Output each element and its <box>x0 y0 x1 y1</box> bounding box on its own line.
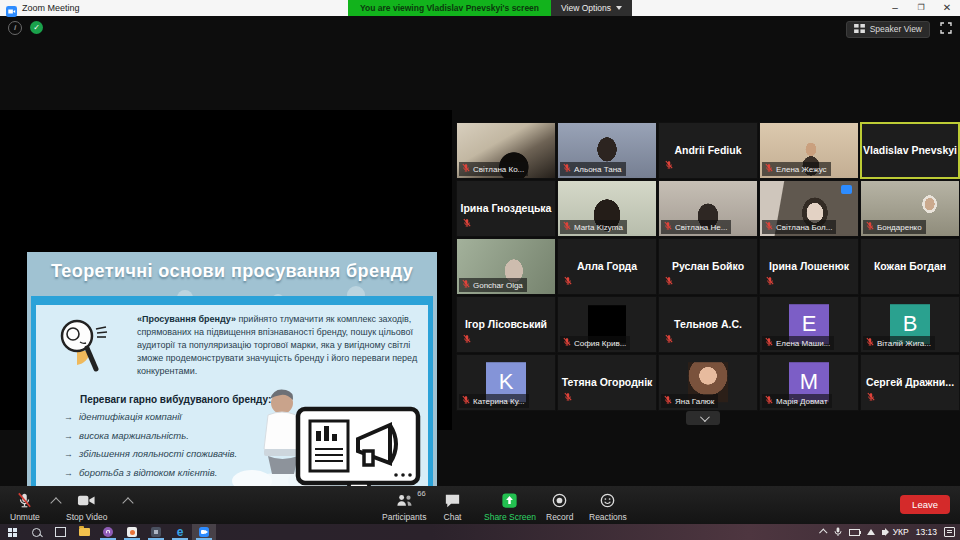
participant-name: Marta Kizyma <box>574 223 623 232</box>
zoom-taskbar-button[interactable] <box>192 524 216 540</box>
participant-tile[interactable]: Тельнов А.С. <box>658 296 758 353</box>
participant-tile[interactable]: Бондаренко <box>860 180 960 237</box>
participant-tile[interactable]: EЕлена Маши... <box>759 296 859 353</box>
participant-tile[interactable]: Альона Тана <box>557 122 657 179</box>
participant-tile[interactable]: Світлана Не... <box>658 180 758 237</box>
notification-center-button[interactable] <box>944 527 955 537</box>
participant-tile[interactable]: Сергей Дражни... <box>860 354 960 411</box>
bullet-text: висока маржинальність. <box>79 430 189 441</box>
bullet-arrow-icon: → <box>64 468 73 478</box>
participant-tile[interactable]: Світлана Бол... <box>759 180 859 237</box>
participant-tile[interactable]: Тетяна Огороднік <box>557 354 657 411</box>
taskbar-clock[interactable]: 13:13 <box>916 527 937 537</box>
participant-tile[interactable]: Кожан Богдан <box>860 238 960 295</box>
share-screen-button[interactable]: Share Screen <box>484 491 536 522</box>
participant-name: Марія Довмат <box>776 397 828 406</box>
folder-icon <box>79 528 90 536</box>
slide-title: Теоретичні основи просування бренду <box>27 261 437 282</box>
encryption-shield-icon[interactable]: ✓ <box>30 21 43 34</box>
file-explorer-button[interactable] <box>72 524 96 540</box>
participant-tile[interactable]: Gonchar Olga <box>456 238 556 295</box>
audio-options-chevron[interactable] <box>50 497 61 508</box>
participant-name: Кожан Богдан <box>861 260 959 272</box>
settings-app-button[interactable] <box>144 524 168 540</box>
task-view-button[interactable] <box>48 524 72 540</box>
record-icon <box>550 491 569 510</box>
video-camera-icon <box>76 491 97 510</box>
speaker-view-label: Speaker View <box>870 24 922 34</box>
windows-taskbar: e УКР 13:13 <box>0 524 960 540</box>
participant-tile[interactable]: BВіталій Жига... <box>860 296 960 353</box>
minimize-button[interactable]: – <box>882 0 908 16</box>
record-button[interactable]: Record <box>546 491 573 522</box>
slide-bullet: →збільшення лояльності споживачів. <box>64 445 237 464</box>
speaker-view-button[interactable]: Speaker View <box>846 21 930 38</box>
bullet-arrow-icon: → <box>64 412 73 422</box>
taskbar-search-button[interactable] <box>24 524 48 540</box>
battery-icon[interactable] <box>849 529 860 536</box>
network-icon[interactable] <box>867 529 875 535</box>
maximize-button[interactable]: ❐ <box>908 0 934 16</box>
more-participants-button[interactable] <box>686 411 720 425</box>
reaction-badge <box>841 185 852 194</box>
participant-label: Катерина Ку... <box>459 394 529 408</box>
volume-icon[interactable] <box>882 530 886 535</box>
participant-tile[interactable]: KКатерина Ку... <box>456 354 556 411</box>
unmute-label: Unmute <box>10 512 40 522</box>
participant-tile[interactable]: София Крив... <box>557 296 657 353</box>
slide-definition-lead: «Просування бренду» <box>137 314 236 324</box>
viber-app-button[interactable] <box>96 524 120 540</box>
participant-tile[interactable]: Ігор Лісовський <box>456 296 556 353</box>
zoom-app-icon <box>6 3 17 21</box>
participant-tile[interactable]: Andrii Fediuk <box>658 122 758 179</box>
chat-button[interactable]: Chat <box>443 491 462 522</box>
muted-mic-icon <box>664 330 674 348</box>
chevron-down-icon <box>699 412 709 422</box>
stop-video-button[interactable]: Stop Video <box>66 491 107 522</box>
view-options-button[interactable]: View Options <box>551 0 632 16</box>
close-button[interactable]: ✕ <box>934 0 960 16</box>
muted-mic-icon <box>663 395 673 407</box>
meeting-info-icon[interactable]: i <box>8 21 22 35</box>
participant-tile[interactable]: Яна Галюк <box>658 354 758 411</box>
reactions-button[interactable]: Reactions <box>589 491 627 522</box>
slide-bullet: →висока маржинальність. <box>64 427 237 446</box>
muted-mic-icon <box>461 395 471 407</box>
photos-app-button[interactable] <box>120 524 144 540</box>
participants-button[interactable]: 66 Participants <box>382 491 426 522</box>
participant-label: Світлана Бол... <box>762 220 836 234</box>
hidden-icons-button[interactable] <box>821 529 827 535</box>
participant-name: Яна Галюк <box>675 397 714 406</box>
bullet-arrow-icon: → <box>64 431 73 441</box>
record-label: Record <box>546 512 573 522</box>
zoom-window: { "titlebar": { "app_title": "Zoom Meeti… <box>0 0 960 540</box>
video-options-chevron[interactable] <box>122 497 133 508</box>
tray-microphone-icon[interactable] <box>834 527 842 537</box>
participant-tile[interactable]: Ірина Лошенюк <box>759 238 859 295</box>
participant-name: Алла Горда <box>558 260 656 272</box>
participant-tile[interactable]: MМарія Довмат <box>759 354 859 411</box>
fullscreen-icon[interactable] <box>940 20 952 38</box>
participant-tile[interactable]: Ірина Гноздецька <box>456 180 556 237</box>
stop-video-label: Stop Video <box>66 512 107 522</box>
leave-button[interactable]: Leave <box>900 495 950 514</box>
unmute-button[interactable]: Unmute <box>10 491 40 522</box>
chat-bubble-icon <box>443 491 462 510</box>
participant-tile[interactable]: Елена Жежус <box>759 122 859 179</box>
edge-app-button[interactable]: e <box>168 524 192 540</box>
slide-bullet: →ідентифікація компанії <box>64 408 237 427</box>
participant-tile[interactable]: Руслан Бойко <box>658 238 758 295</box>
participant-name: Світлана Ко... <box>473 165 524 174</box>
chevron-up-icon <box>819 528 827 536</box>
bullet-text: збільшення лояльності споживачів. <box>79 448 237 459</box>
settings-icon <box>151 527 161 537</box>
start-button[interactable] <box>0 524 24 540</box>
language-indicator[interactable]: УКР <box>893 527 909 537</box>
participant-tile[interactable]: Алла Горда <box>557 238 657 295</box>
participant-name: Сергей Дражни... <box>861 376 959 388</box>
participants-count-badge: 66 <box>417 489 425 498</box>
participant-tile[interactable]: Світлана Ко... <box>456 122 556 179</box>
shared-screen-area: Теоретичні основи просування бренду «Про… <box>0 110 452 430</box>
participant-tile[interactable]: Marta Kizyma <box>557 180 657 237</box>
participant-tile[interactable]: Vladislav Pnevskyi <box>860 122 960 179</box>
